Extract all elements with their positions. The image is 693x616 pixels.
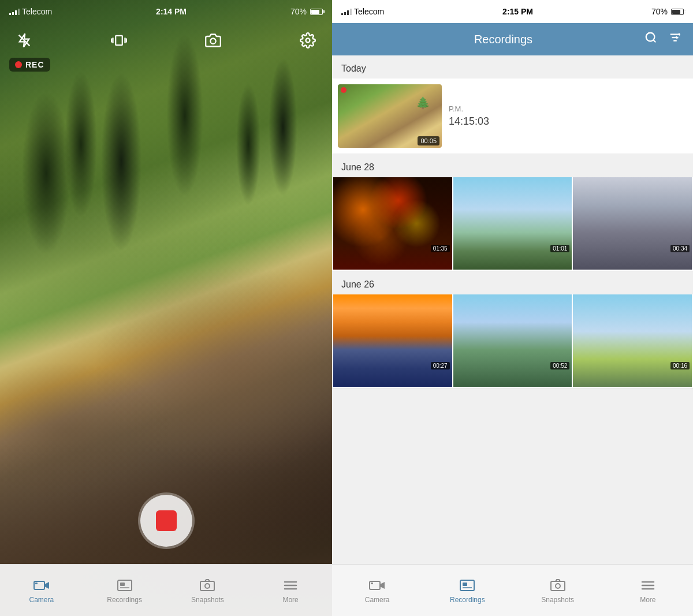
svg-marker-27 [380, 582, 385, 589]
svg-point-33 [556, 584, 560, 588]
svg-line-20 [653, 40, 655, 42]
right-bottom-nav: Camera Recordings Snapshots [332, 564, 693, 616]
svg-point-6 [211, 39, 216, 44]
recording-thumb-today: 00:05 [338, 84, 442, 148]
left-nav-more-label: More [282, 596, 298, 604]
snapshots-nav-icon [197, 577, 218, 593]
right-snapshots-nav-icon [547, 577, 568, 593]
june28-grid: 01:35 P.M. 22:03:39 01:01 P.M. 15:22:24 [332, 177, 693, 271]
right-more-nav-icon [638, 577, 658, 593]
recording-item-j28-1[interactable]: 01:35 P.M. 22:03:39 [333, 177, 452, 270]
recording-item-j26-2[interactable]: 00:52 P.M. 15:01:44 [453, 294, 572, 387]
svg-rect-30 [463, 583, 467, 586]
svg-rect-14 [200, 581, 214, 591]
left-nav-snapshots[interactable]: Snapshots [166, 577, 249, 604]
right-nav-recordings[interactable]: Recordings [422, 577, 512, 604]
recordings-list: Today 00:05 P.M. 14:15:03 June 28 [332, 55, 693, 564]
section-today: Today [332, 55, 693, 79]
recording-time-today: 14:15:03 [449, 115, 489, 128]
right-time: 2:15 PM [502, 7, 533, 16]
left-nav-camera[interactable]: Camera [0, 577, 83, 604]
flash-icon[interactable] [12, 28, 37, 53]
left-status-bar: Telecom 2:14 PM 70% [0, 0, 332, 23]
section-june28: June 28 [332, 154, 693, 177]
recording-item-j26-3[interactable]: 00:16 P.M. 11:01:28 [573, 294, 692, 387]
j26-2-duration: 00:52 [550, 362, 569, 369]
svg-rect-32 [551, 581, 565, 591]
right-nav-camera-label: Camera [365, 596, 390, 604]
right-status-bar: Telecom 2:15 PM 70% [332, 0, 693, 23]
right-nav-recordings-label: Recordings [450, 596, 485, 604]
j26-3-duration: 00:16 [670, 362, 690, 369]
j26-1-duration: 00:27 [431, 362, 450, 369]
svg-line-24 [679, 33, 680, 36]
vibrate-icon[interactable] [106, 28, 132, 53]
filter-icon[interactable] [666, 29, 684, 50]
left-nav-recordings[interactable]: Recordings [83, 577, 166, 604]
right-nav-snapshots[interactable]: Snapshots [513, 577, 603, 604]
camera-switch-icon[interactable] [200, 28, 226, 53]
svg-rect-1 [116, 36, 122, 45]
thumb-crowd [573, 177, 692, 247]
june26-grid: 00:27 P.M. 19:27:54 00:52 P.M. 15:01:44 [332, 294, 693, 389]
right-nav-snapshots-label: Snapshots [541, 596, 574, 604]
june26-row: 00:27 P.M. 19:27:54 00:52 P.M. 15:01:44 [332, 294, 693, 388]
record-button[interactable] [140, 495, 192, 547]
thumb-bigben [453, 294, 572, 364]
j28-3-duration: 00:34 [670, 245, 690, 252]
rec-badge: REC [9, 58, 50, 72]
right-signal-icon [341, 9, 352, 15]
left-time: 2:14 PM [156, 7, 187, 16]
recording-info-today: P.M. 14:15:03 [449, 84, 489, 148]
recordings-nav-icon [114, 577, 135, 593]
recordings-panel: Telecom 2:15 PM 70% Recordings [332, 0, 693, 616]
thumb-london [333, 294, 452, 364]
right-battery-icon [671, 9, 684, 15]
section-june26: June 26 [332, 271, 693, 294]
svg-point-19 [646, 33, 655, 42]
right-nav-more[interactable]: More [603, 577, 693, 604]
svg-point-7 [305, 39, 310, 43]
camera-controls-top [0, 28, 332, 53]
right-camera-nav-icon [367, 577, 388, 593]
recording-item-j26-1[interactable]: 00:27 P.M. 19:27:54 [333, 294, 452, 387]
more-nav-icon [280, 577, 301, 593]
search-icon[interactable] [642, 29, 660, 50]
thumb-fireworks [333, 177, 452, 247]
recording-label-today: P.M. [449, 104, 489, 113]
settings-icon[interactable] [295, 28, 321, 53]
left-carrier: Telecom [22, 7, 52, 16]
recording-item-today[interactable]: 00:05 P.M. 14:15:03 [332, 79, 693, 154]
right-status-right: 70% [651, 7, 684, 16]
recordings-title: Recordings [364, 33, 642, 46]
right-status-left: Telecom [341, 7, 384, 16]
camera-panel: Telecom 2:14 PM 70% [0, 0, 332, 616]
right-recordings-nav-icon [457, 577, 478, 593]
left-nav-more[interactable]: More [249, 577, 332, 604]
right-nav-camera[interactable]: Camera [332, 577, 422, 604]
recording-item-j28-2[interactable]: 01:01 P.M. 15:22:24 [453, 177, 572, 270]
left-battery-pct: 70% [290, 7, 307, 16]
svg-line-25 [676, 36, 677, 39]
left-battery-icon [310, 9, 323, 15]
recordings-header: Recordings [332, 23, 693, 55]
j28-2-duration: 01:01 [550, 245, 569, 252]
svg-rect-12 [120, 583, 125, 586]
rec-dot-icon [15, 61, 22, 68]
right-battery-pct: 70% [651, 7, 668, 16]
svg-point-15 [205, 584, 210, 588]
camera-nav-icon [31, 577, 52, 593]
left-status-right: 70% [290, 7, 323, 16]
right-nav-more-label: More [640, 596, 655, 604]
left-nav-recordings-label: Recordings [107, 596, 142, 604]
duration-badge: 00:05 [418, 136, 439, 145]
june28-row: 01:35 P.M. 22:03:39 01:01 P.M. 15:22:24 [332, 177, 693, 271]
thumb-plane [573, 294, 692, 364]
left-nav-camera-label: Camera [29, 596, 54, 604]
left-status-carrier-area: Telecom [9, 7, 52, 16]
left-nav-snapshots-label: Snapshots [191, 596, 224, 604]
recording-item-j28-3[interactable]: 00:34 P.M. 09:52:03 [573, 177, 692, 270]
right-carrier: Telecom [354, 7, 384, 16]
svg-marker-9 [44, 582, 49, 589]
svg-rect-28 [371, 583, 373, 584]
